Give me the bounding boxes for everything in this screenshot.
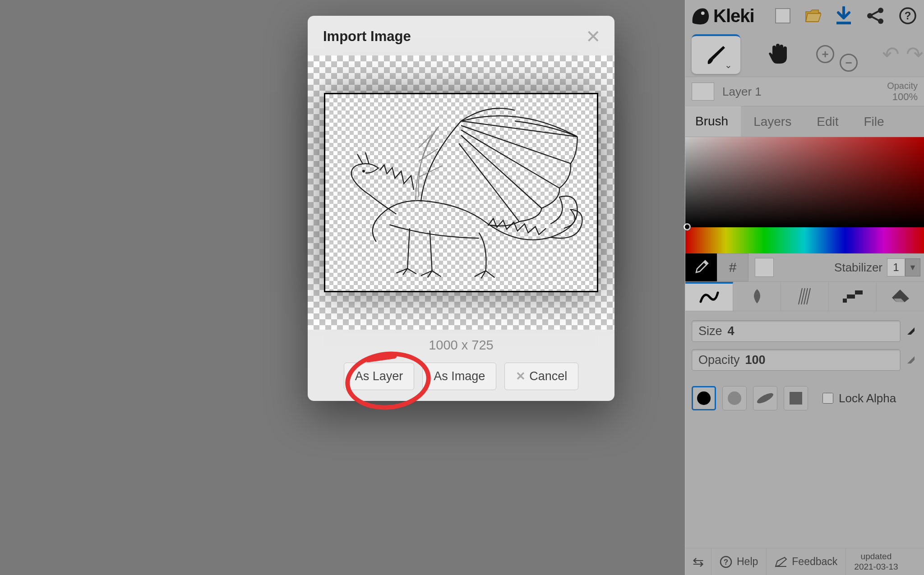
tab-file[interactable]: File: [851, 106, 896, 137]
svg-rect-12: [859, 290, 863, 294]
layer-opacity-value: 100%: [892, 91, 918, 102]
color-picker[interactable]: [685, 137, 924, 227]
brush-icon: [705, 44, 727, 66]
brush-tip-solid[interactable]: [692, 386, 716, 410]
lock-alpha-label: Lock Alpha: [839, 391, 896, 405]
as-layer-button[interactable]: As Layer: [344, 363, 415, 390]
tool-row: ⌄ + − ↶ ↷: [685, 32, 924, 77]
eyedropper-icon: [693, 260, 709, 275]
opacity-value: 100: [745, 353, 766, 367]
brush-type-pixel[interactable]: [829, 282, 877, 311]
stabilizer-value: 1: [887, 258, 905, 276]
help-button[interactable]: ? Help: [711, 548, 767, 575]
brush-tip-chalk[interactable]: [722, 386, 747, 410]
share-icon[interactable]: [866, 8, 884, 24]
sv-box[interactable]: [685, 137, 924, 227]
layer-opacity-label: Opacity: [887, 81, 918, 91]
brush-type-pen[interactable]: [685, 282, 733, 311]
layer-opacity: Opacity 100%: [887, 81, 918, 103]
tab-edit[interactable]: Edit: [804, 106, 851, 137]
svg-rect-2: [836, 22, 851, 24]
solid-circle-icon: [696, 390, 712, 406]
import-preview: [308, 55, 614, 330]
layer-row[interactable]: Layer 1 Opacity 100%: [685, 77, 924, 106]
size-pressure-toggle[interactable]: [904, 324, 918, 338]
brush-tip-square[interactable]: [784, 386, 808, 410]
opacity-slider[interactable]: Opacity 100: [692, 349, 901, 371]
close-icon[interactable]: ✕: [586, 28, 601, 46]
brush-type-sketch[interactable]: [781, 282, 829, 311]
lock-alpha-checkbox[interactable]: [822, 393, 833, 404]
hand-tool-button[interactable]: [754, 34, 803, 74]
brush-type-blend[interactable]: [733, 282, 781, 311]
dragon-lineart: [325, 94, 597, 291]
sv-handle[interactable]: [684, 223, 691, 230]
svg-point-0: [362, 170, 365, 172]
chevron-down-icon: ⌄: [725, 60, 732, 70]
download-icon[interactable]: [836, 6, 852, 25]
as-image-button[interactable]: As Image: [422, 363, 496, 390]
open-folder-icon[interactable]: [805, 9, 821, 23]
size-value: 4: [728, 324, 735, 338]
dialog-title: Import Image: [323, 28, 411, 45]
brush-tip-calligraphy[interactable]: [753, 386, 777, 410]
dialog-header: Import Image ✕: [308, 16, 614, 55]
layer-thumbnail: [692, 83, 714, 101]
x-icon: ✕: [516, 369, 526, 383]
dialog-button-row: As Layer As Image ✕ Cancel: [308, 363, 614, 390]
svg-point-4: [878, 8, 883, 13]
chalk-circle-icon: [726, 390, 743, 406]
hand-icon: [765, 41, 791, 67]
import-image-dialog: Import Image ✕: [308, 16, 614, 401]
blend-icon: [748, 287, 766, 305]
feedback-button[interactable]: Feedback: [767, 548, 846, 575]
secondary-color-swatch[interactable]: [755, 258, 774, 277]
swap-icon: ⇆: [693, 554, 704, 570]
opacity-pressure-toggle[interactable]: [904, 353, 918, 367]
tab-layers[interactable]: Layers: [741, 106, 804, 137]
tab-brush[interactable]: Brush: [685, 106, 741, 137]
sidebar: Kleki ?: [685, 0, 924, 575]
svg-point-14: [728, 391, 741, 405]
sketch-icon: [796, 286, 814, 306]
brush-sliders: Size 4 Opacity 100: [685, 311, 924, 382]
pixel-icon: [843, 289, 863, 304]
cancel-label: Cancel: [529, 369, 567, 383]
lock-alpha-control[interactable]: Lock Alpha: [822, 391, 896, 405]
pen-pressure-icon: [906, 326, 916, 336]
help-label: Help: [737, 556, 758, 568]
color-tool-row: # Stabilizer 1 ▼: [685, 253, 924, 281]
redo-icon[interactable]: ↷: [906, 42, 924, 66]
brand[interactable]: Kleki: [690, 5, 754, 26]
svg-rect-16: [790, 392, 802, 405]
help-icon[interactable]: ?: [899, 7, 917, 25]
pencil-icon: [775, 557, 787, 567]
swap-button[interactable]: ⇆: [685, 548, 711, 575]
size-slider[interactable]: Size 4: [692, 320, 901, 342]
undo-redo-group: ↶ ↷: [882, 42, 924, 66]
updated-label: updated: [861, 552, 892, 562]
brush-tool-button[interactable]: ⌄: [692, 34, 740, 74]
size-label: Size: [698, 324, 722, 338]
main-tabs: Brush Layers Edit File: [685, 106, 924, 137]
stabilizer-control: Stabilizer 1 ▼: [834, 258, 920, 276]
undo-icon[interactable]: ↶: [882, 42, 900, 66]
brush-type-eraser[interactable]: [877, 282, 924, 311]
cancel-button[interactable]: ✕ Cancel: [504, 363, 578, 390]
zoom-in-button[interactable]: +: [816, 45, 834, 63]
zoom-out-button[interactable]: −: [840, 54, 858, 72]
top-actions: ?: [775, 6, 917, 25]
hue-strip[interactable]: [685, 227, 924, 253]
svg-rect-10: [851, 294, 855, 299]
kleki-logo-icon: [690, 5, 711, 26]
svg-rect-8: [843, 299, 847, 303]
chevron-down-icon: ▼: [905, 258, 920, 276]
eyedropper-button[interactable]: [685, 253, 717, 281]
calligraphy-icon: [755, 390, 775, 406]
svg-point-13: [697, 391, 711, 405]
new-file-button[interactable]: [775, 8, 790, 23]
hex-input-button[interactable]: #: [717, 253, 748, 281]
stabilizer-select[interactable]: 1 ▼: [887, 258, 920, 276]
square-tip-icon: [788, 390, 804, 406]
eraser-icon: [890, 289, 911, 304]
